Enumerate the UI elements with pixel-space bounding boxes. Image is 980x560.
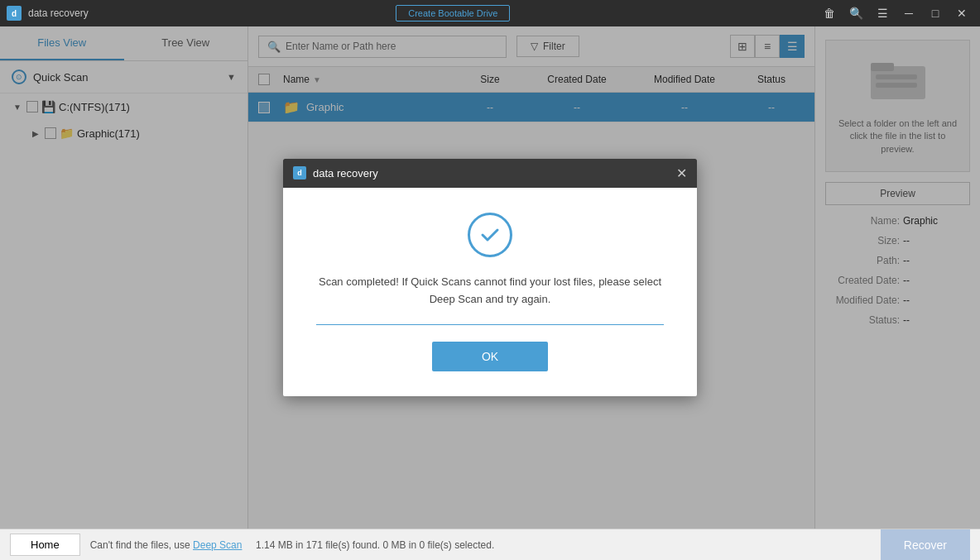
home-button[interactable]: Home <box>10 534 80 556</box>
maximize-button[interactable]: □ <box>924 4 947 22</box>
recover-button[interactable]: Recover <box>881 529 970 561</box>
modal-body: Scan completed! If Quick Scans cannot fi… <box>283 188 697 397</box>
menu-icon[interactable]: ☰ <box>871 4 894 22</box>
recycle-icon[interactable]: 🗑 <box>818 4 841 22</box>
app-logo: d <box>7 6 22 21</box>
titlebar: d data recovery Create Bootable Drive 🗑 … <box>0 0 980 26</box>
app-title: data recovery <box>28 7 89 19</box>
search-tool-icon[interactable]: 🔍 <box>844 4 867 22</box>
titlebar-controls: 🗑 🔍 ☰ ─ □ ✕ <box>818 4 973 22</box>
modal-overlay: d data recovery ✕ Scan completed! If Qui… <box>0 26 980 529</box>
modal-dialog: d data recovery ✕ Scan completed! If Qui… <box>283 159 697 397</box>
minimize-button[interactable]: ─ <box>897 4 920 22</box>
modal-close-button[interactable]: ✕ <box>676 165 687 181</box>
modal-message: Scan completed! If Quick Scans cannot fi… <box>316 274 664 309</box>
titlebar-left: d data recovery <box>7 6 89 21</box>
modal-title-bar: d data recovery ✕ <box>283 159 697 188</box>
deep-scan-link[interactable]: Deep Scan <box>193 539 242 551</box>
modal-logo: d <box>293 166 306 179</box>
modal-title: data recovery <box>313 167 378 179</box>
status-text: Can't find the files, use Deep Scan 1.14… <box>90 539 871 551</box>
modal-ok-button[interactable]: OK <box>432 342 548 371</box>
titlebar-center: Create Bootable Drive <box>396 5 510 22</box>
bottom-bar: Home Can't find the files, use Deep Scan… <box>0 529 980 560</box>
modal-success-icon <box>468 213 512 257</box>
close-button[interactable]: ✕ <box>950 4 973 22</box>
create-bootable-button[interactable]: Create Bootable Drive <box>396 5 510 22</box>
modal-divider <box>316 324 664 325</box>
